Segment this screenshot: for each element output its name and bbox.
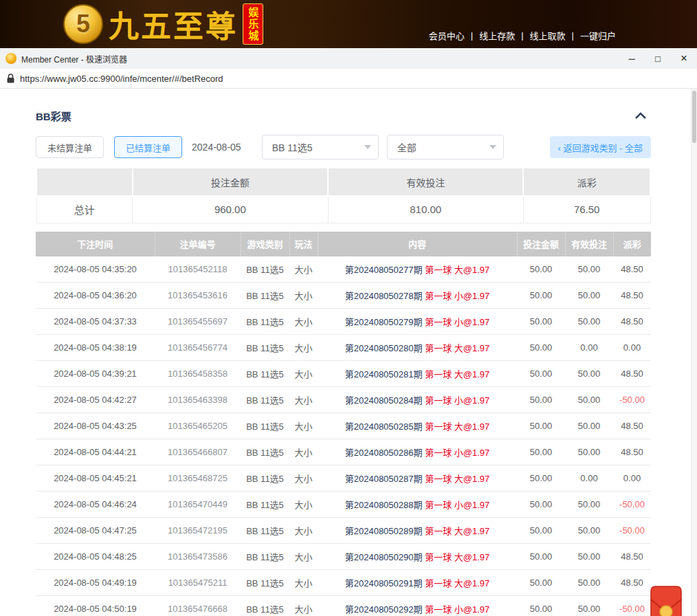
site-logo[interactable]: 5 九五至尊 娱乐城 (63, 2, 263, 46)
cell-bet-amount: 50.00 (517, 596, 565, 616)
cell-time: 2024-08-05 04:48:25 (36, 544, 155, 570)
game-select[interactable]: BB 11选5 (262, 135, 379, 160)
cell-payout: -50.00 (613, 492, 651, 518)
cell-payout: -50.00 (613, 596, 651, 616)
coin-icon: 5 (63, 4, 103, 44)
scope-select-value: 全部 (397, 140, 417, 154)
bet-period: 第202408050284期 (345, 395, 423, 406)
bet-period: 第202408050286期 (345, 448, 423, 458)
cell-valid-bet: 50.00 (565, 309, 613, 335)
nav-member-center[interactable]: 会员中心 (429, 29, 465, 42)
cell-play: 大小 (289, 283, 318, 309)
cell-play: 大小 (289, 518, 318, 544)
scope-select[interactable]: 全部 (387, 135, 504, 160)
summary-total-row: 总计 960.00 810.00 76.50 (36, 196, 650, 223)
cell-game: BB 11选5 (241, 309, 289, 335)
bet-period: 第202408050289期 (345, 526, 423, 536)
logo-badge: 娱乐城 (243, 3, 263, 45)
cell-order-id: 101365463398 (155, 387, 241, 413)
cell-payout: 48.50 (613, 570, 651, 596)
site-title: 九五至尊 (109, 2, 238, 46)
scrollbar[interactable] (691, 89, 697, 616)
cell-valid-bet: 50.00 (565, 387, 613, 413)
date-picker[interactable]: 2024-08-05 (192, 142, 241, 153)
summary-header-empty (36, 168, 133, 196)
cell-bet-amount: 50.00 (517, 518, 565, 544)
cell-play: 大小 (289, 570, 318, 596)
cell-bet-amount: 50.00 (517, 335, 565, 361)
minimize-button[interactable]: ─ (619, 48, 645, 69)
col-header-order-id: 注单编号 (155, 232, 241, 256)
cell-bet-amount: 50.00 (517, 387, 565, 413)
cell-order-id: 101365468725 (155, 465, 241, 492)
nav-deposit[interactable]: 线上存款 (479, 29, 515, 42)
summary-header-payout: 派彩 (523, 168, 650, 196)
cell-play: 大小 (289, 335, 318, 361)
window-title: Member Center - 极速浏览器 (21, 53, 127, 65)
bet-period: 第202408050277期 (345, 265, 423, 275)
bet-period: 第202408050291期 (345, 578, 423, 588)
table-row: 2024-08-05 04:48:25 101365473586 BB 11选5… (36, 544, 651, 570)
game-select-value: BB 11选5 (272, 140, 313, 154)
chevron-up-icon[interactable] (634, 112, 651, 120)
bet-period: 第202408050279期 (345, 317, 423, 327)
address-bar[interactable]: https://www.jw05.cc:9900/infe/mcenter/#/… (0, 69, 697, 89)
bet-pick: 第一球 小@1.97 (425, 317, 489, 327)
summary-header-bet-amount: 投注金额 (133, 168, 328, 196)
bet-period: 第202408050278期 (345, 291, 423, 301)
cell-play: 大小 (289, 544, 318, 570)
cell-valid-bet: 50.00 (565, 570, 613, 596)
chevron-down-icon (489, 145, 496, 149)
cell-order-id: 101365466807 (155, 439, 241, 465)
cell-time: 2024-08-05 04:50:19 (36, 596, 155, 616)
cell-content: 第202408050279期 第一球 小@1.97 (318, 309, 517, 335)
bet-pick: 第一球 大@1.97 (425, 552, 489, 562)
bet-pick: 第一球 大@1.97 (425, 578, 489, 588)
cell-time: 2024-08-05 04:47:25 (36, 518, 155, 544)
cell-content: 第202408050277期 第一球 大@1.97 (318, 256, 517, 283)
cell-content: 第202408050289期 第一球 大@1.97 (318, 518, 517, 544)
cell-payout: -50.00 (613, 387, 651, 413)
cell-order-id: 101365476668 (155, 596, 241, 616)
filter-bar: 未结算注单 已结算注单 2024-08-05 BB 11选5 全部 ‹ 返回游戏… (36, 135, 651, 160)
cell-content: 第202408050291期 第一球 大@1.97 (318, 570, 517, 596)
table-row: 2024-08-05 04:35:20 101365452118 BB 11选5… (36, 256, 651, 283)
nav-one-key-transfer[interactable]: 一键归户 (580, 29, 616, 42)
back-to-category-button[interactable]: ‹ 返回游戏类别 - 全部 (550, 136, 652, 158)
summary-header-valid-bet: 有效投注 (328, 168, 523, 196)
cell-time: 2024-08-05 04:42:27 (36, 387, 155, 413)
cell-order-id: 101365475211 (155, 570, 241, 596)
settled-tab-button[interactable]: 已结算注单 (114, 136, 182, 158)
cell-bet-amount: 50.00 (517, 465, 565, 492)
nav-withdraw[interactable]: 线上取款 (530, 29, 566, 42)
maximize-button[interactable]: □ (645, 48, 671, 69)
cell-content: 第202408050287期 第一球 大@1.97 (318, 465, 517, 492)
cell-payout: 48.50 (613, 309, 651, 335)
cell-order-id: 101365455697 (155, 309, 241, 335)
bet-period: 第202408050280期 (345, 343, 423, 353)
cell-time: 2024-08-05 04:44:21 (36, 439, 155, 465)
bet-pick: 第一球 大@1.97 (425, 343, 489, 353)
cell-game: BB 11选5 (241, 256, 289, 283)
cell-content: 第202408050288期 第一球 小@1.97 (318, 492, 517, 518)
cell-content: 第202408050280期 第一球 大@1.97 (318, 335, 517, 361)
col-header-content: 内容 (318, 232, 517, 256)
scrollbar-thumb[interactable] (692, 91, 696, 143)
cell-play: 大小 (289, 465, 318, 492)
table-row: 2024-08-05 04:47:25 101365472195 BB 11选5… (36, 518, 651, 544)
section-header: BB彩票 (36, 109, 651, 122)
red-envelope-icon[interactable] (650, 586, 682, 616)
cell-payout: 0.00 (613, 465, 651, 492)
close-button[interactable]: × (671, 48, 697, 69)
col-header-valid-bet: 有效投注 (565, 232, 613, 256)
table-row: 2024-08-05 04:39:21 101365458358 BB 11选5… (36, 361, 651, 387)
unsettled-tab-button[interactable]: 未结算注单 (36, 136, 104, 158)
cell-play: 大小 (289, 439, 318, 465)
records-header-row: 下注时间 注单编号 游戏类别 玩法 内容 投注金额 有效投注 派彩 (36, 232, 651, 256)
cell-order-id: 101365465205 (155, 413, 241, 439)
cell-game: BB 11选5 (241, 361, 289, 387)
records-tbody: 2024-08-05 04:35:20 101365452118 BB 11选5… (36, 256, 651, 616)
cell-valid-bet: 0.00 (565, 335, 613, 361)
col-header-play: 玩法 (289, 232, 318, 256)
cell-payout: 48.50 (613, 283, 651, 309)
